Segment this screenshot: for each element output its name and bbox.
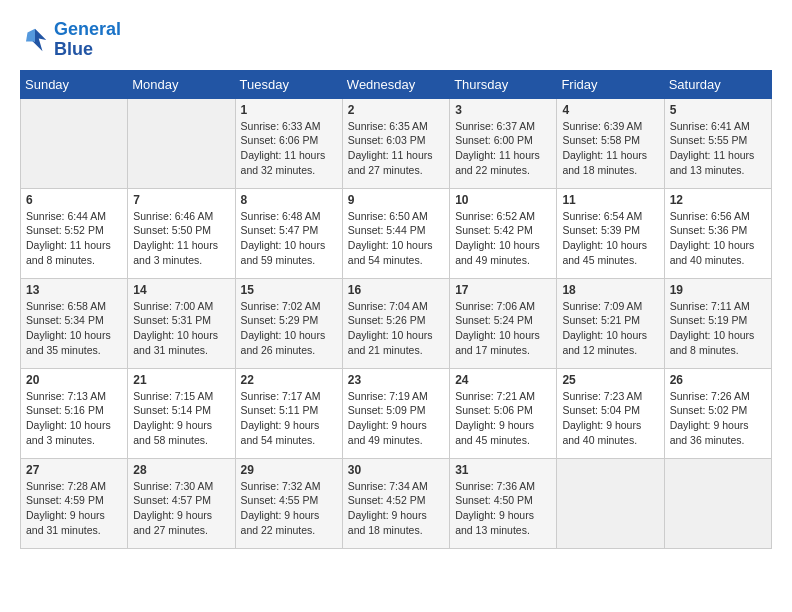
calendar-cell bbox=[664, 458, 771, 548]
calendar-cell: 20Sunrise: 7:13 AM Sunset: 5:16 PM Dayli… bbox=[21, 368, 128, 458]
calendar-cell: 16Sunrise: 7:04 AM Sunset: 5:26 PM Dayli… bbox=[342, 278, 449, 368]
logo-text: General Blue bbox=[54, 20, 121, 60]
day-content: Sunrise: 7:04 AM Sunset: 5:26 PM Dayligh… bbox=[348, 299, 444, 358]
day-content: Sunrise: 7:30 AM Sunset: 4:57 PM Dayligh… bbox=[133, 479, 229, 538]
calendar-cell: 19Sunrise: 7:11 AM Sunset: 5:19 PM Dayli… bbox=[664, 278, 771, 368]
weekday-header: Thursday bbox=[450, 70, 557, 98]
day-content: Sunrise: 7:36 AM Sunset: 4:50 PM Dayligh… bbox=[455, 479, 551, 538]
weekday-header: Tuesday bbox=[235, 70, 342, 98]
calendar-cell: 21Sunrise: 7:15 AM Sunset: 5:14 PM Dayli… bbox=[128, 368, 235, 458]
day-content: Sunrise: 7:06 AM Sunset: 5:24 PM Dayligh… bbox=[455, 299, 551, 358]
calendar-cell: 12Sunrise: 6:56 AM Sunset: 5:36 PM Dayli… bbox=[664, 188, 771, 278]
day-content: Sunrise: 7:19 AM Sunset: 5:09 PM Dayligh… bbox=[348, 389, 444, 448]
day-content: Sunrise: 7:32 AM Sunset: 4:55 PM Dayligh… bbox=[241, 479, 337, 538]
calendar-cell: 7Sunrise: 6:46 AM Sunset: 5:50 PM Daylig… bbox=[128, 188, 235, 278]
day-content: Sunrise: 7:11 AM Sunset: 5:19 PM Dayligh… bbox=[670, 299, 766, 358]
day-content: Sunrise: 6:54 AM Sunset: 5:39 PM Dayligh… bbox=[562, 209, 658, 268]
weekday-header: Friday bbox=[557, 70, 664, 98]
day-content: Sunrise: 6:41 AM Sunset: 5:55 PM Dayligh… bbox=[670, 119, 766, 178]
day-number: 24 bbox=[455, 373, 551, 387]
weekday-header: Monday bbox=[128, 70, 235, 98]
weekday-header: Wednesday bbox=[342, 70, 449, 98]
day-content: Sunrise: 7:13 AM Sunset: 5:16 PM Dayligh… bbox=[26, 389, 122, 448]
day-number: 6 bbox=[26, 193, 122, 207]
calendar-cell: 14Sunrise: 7:00 AM Sunset: 5:31 PM Dayli… bbox=[128, 278, 235, 368]
logo-icon bbox=[20, 25, 50, 55]
day-number: 21 bbox=[133, 373, 229, 387]
day-number: 29 bbox=[241, 463, 337, 477]
calendar-cell: 13Sunrise: 6:58 AM Sunset: 5:34 PM Dayli… bbox=[21, 278, 128, 368]
calendar-cell: 2Sunrise: 6:35 AM Sunset: 6:03 PM Daylig… bbox=[342, 98, 449, 188]
calendar-cell: 5Sunrise: 6:41 AM Sunset: 5:55 PM Daylig… bbox=[664, 98, 771, 188]
day-number: 16 bbox=[348, 283, 444, 297]
day-content: Sunrise: 7:26 AM Sunset: 5:02 PM Dayligh… bbox=[670, 389, 766, 448]
page-header: General Blue bbox=[20, 20, 772, 60]
day-content: Sunrise: 6:58 AM Sunset: 5:34 PM Dayligh… bbox=[26, 299, 122, 358]
calendar-table: SundayMondayTuesdayWednesdayThursdayFrid… bbox=[20, 70, 772, 549]
weekday-header-row: SundayMondayTuesdayWednesdayThursdayFrid… bbox=[21, 70, 772, 98]
calendar-cell: 10Sunrise: 6:52 AM Sunset: 5:42 PM Dayli… bbox=[450, 188, 557, 278]
day-number: 22 bbox=[241, 373, 337, 387]
day-number: 17 bbox=[455, 283, 551, 297]
calendar-cell: 22Sunrise: 7:17 AM Sunset: 5:11 PM Dayli… bbox=[235, 368, 342, 458]
day-content: Sunrise: 6:46 AM Sunset: 5:50 PM Dayligh… bbox=[133, 209, 229, 268]
day-number: 7 bbox=[133, 193, 229, 207]
day-number: 18 bbox=[562, 283, 658, 297]
calendar-cell: 29Sunrise: 7:32 AM Sunset: 4:55 PM Dayli… bbox=[235, 458, 342, 548]
day-number: 8 bbox=[241, 193, 337, 207]
calendar-cell: 18Sunrise: 7:09 AM Sunset: 5:21 PM Dayli… bbox=[557, 278, 664, 368]
day-content: Sunrise: 6:35 AM Sunset: 6:03 PM Dayligh… bbox=[348, 119, 444, 178]
day-number: 11 bbox=[562, 193, 658, 207]
calendar-week-row: 13Sunrise: 6:58 AM Sunset: 5:34 PM Dayli… bbox=[21, 278, 772, 368]
day-number: 26 bbox=[670, 373, 766, 387]
day-content: Sunrise: 6:56 AM Sunset: 5:36 PM Dayligh… bbox=[670, 209, 766, 268]
calendar-cell: 3Sunrise: 6:37 AM Sunset: 6:00 PM Daylig… bbox=[450, 98, 557, 188]
day-content: Sunrise: 6:50 AM Sunset: 5:44 PM Dayligh… bbox=[348, 209, 444, 268]
calendar-week-row: 6Sunrise: 6:44 AM Sunset: 5:52 PM Daylig… bbox=[21, 188, 772, 278]
day-content: Sunrise: 6:39 AM Sunset: 5:58 PM Dayligh… bbox=[562, 119, 658, 178]
day-number: 2 bbox=[348, 103, 444, 117]
day-number: 31 bbox=[455, 463, 551, 477]
day-content: Sunrise: 7:28 AM Sunset: 4:59 PM Dayligh… bbox=[26, 479, 122, 538]
day-number: 13 bbox=[26, 283, 122, 297]
calendar-cell bbox=[128, 98, 235, 188]
svg-marker-1 bbox=[26, 29, 35, 42]
day-content: Sunrise: 7:15 AM Sunset: 5:14 PM Dayligh… bbox=[133, 389, 229, 448]
day-content: Sunrise: 7:17 AM Sunset: 5:11 PM Dayligh… bbox=[241, 389, 337, 448]
calendar-cell: 17Sunrise: 7:06 AM Sunset: 5:24 PM Dayli… bbox=[450, 278, 557, 368]
calendar-cell: 1Sunrise: 6:33 AM Sunset: 6:06 PM Daylig… bbox=[235, 98, 342, 188]
day-number: 3 bbox=[455, 103, 551, 117]
calendar-cell: 24Sunrise: 7:21 AM Sunset: 5:06 PM Dayli… bbox=[450, 368, 557, 458]
calendar-cell: 8Sunrise: 6:48 AM Sunset: 5:47 PM Daylig… bbox=[235, 188, 342, 278]
day-content: Sunrise: 7:09 AM Sunset: 5:21 PM Dayligh… bbox=[562, 299, 658, 358]
day-content: Sunrise: 6:44 AM Sunset: 5:52 PM Dayligh… bbox=[26, 209, 122, 268]
calendar-cell: 4Sunrise: 6:39 AM Sunset: 5:58 PM Daylig… bbox=[557, 98, 664, 188]
calendar-cell: 6Sunrise: 6:44 AM Sunset: 5:52 PM Daylig… bbox=[21, 188, 128, 278]
day-content: Sunrise: 6:37 AM Sunset: 6:00 PM Dayligh… bbox=[455, 119, 551, 178]
calendar-cell bbox=[21, 98, 128, 188]
calendar-cell: 31Sunrise: 7:36 AM Sunset: 4:50 PM Dayli… bbox=[450, 458, 557, 548]
calendar-week-row: 1Sunrise: 6:33 AM Sunset: 6:06 PM Daylig… bbox=[21, 98, 772, 188]
calendar-cell: 25Sunrise: 7:23 AM Sunset: 5:04 PM Dayli… bbox=[557, 368, 664, 458]
calendar-cell: 26Sunrise: 7:26 AM Sunset: 5:02 PM Dayli… bbox=[664, 368, 771, 458]
day-content: Sunrise: 7:00 AM Sunset: 5:31 PM Dayligh… bbox=[133, 299, 229, 358]
weekday-header: Saturday bbox=[664, 70, 771, 98]
day-number: 20 bbox=[26, 373, 122, 387]
day-content: Sunrise: 6:48 AM Sunset: 5:47 PM Dayligh… bbox=[241, 209, 337, 268]
calendar-cell: 30Sunrise: 7:34 AM Sunset: 4:52 PM Dayli… bbox=[342, 458, 449, 548]
calendar-cell bbox=[557, 458, 664, 548]
day-number: 4 bbox=[562, 103, 658, 117]
day-number: 9 bbox=[348, 193, 444, 207]
calendar-cell: 9Sunrise: 6:50 AM Sunset: 5:44 PM Daylig… bbox=[342, 188, 449, 278]
day-number: 15 bbox=[241, 283, 337, 297]
day-number: 12 bbox=[670, 193, 766, 207]
calendar-week-row: 20Sunrise: 7:13 AM Sunset: 5:16 PM Dayli… bbox=[21, 368, 772, 458]
weekday-header: Sunday bbox=[21, 70, 128, 98]
day-number: 28 bbox=[133, 463, 229, 477]
day-content: Sunrise: 6:33 AM Sunset: 6:06 PM Dayligh… bbox=[241, 119, 337, 178]
calendar-cell: 23Sunrise: 7:19 AM Sunset: 5:09 PM Dayli… bbox=[342, 368, 449, 458]
calendar-cell: 15Sunrise: 7:02 AM Sunset: 5:29 PM Dayli… bbox=[235, 278, 342, 368]
day-content: Sunrise: 7:34 AM Sunset: 4:52 PM Dayligh… bbox=[348, 479, 444, 538]
day-content: Sunrise: 6:52 AM Sunset: 5:42 PM Dayligh… bbox=[455, 209, 551, 268]
day-number: 30 bbox=[348, 463, 444, 477]
